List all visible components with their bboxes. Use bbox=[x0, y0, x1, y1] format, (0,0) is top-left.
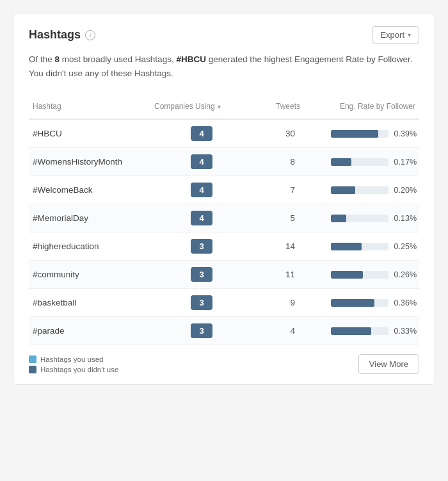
legend-used-label: Hashtags you used bbox=[40, 355, 103, 363]
card-header: Hashtags i Export ▾ bbox=[29, 26, 419, 44]
chevron-down-icon: ▾ bbox=[408, 31, 411, 38]
companies-badge: 4 bbox=[191, 183, 212, 197]
cell-tweets: 14 bbox=[253, 236, 304, 256]
cell-companies: 3 bbox=[150, 318, 253, 343]
view-more-button[interactable]: View More bbox=[358, 354, 419, 374]
cell-hashtag: #HBCU bbox=[29, 124, 150, 143]
cell-tweets: 8 bbox=[253, 152, 304, 172]
export-label: Export bbox=[380, 30, 404, 40]
cell-companies: 3 bbox=[150, 290, 253, 315]
col-hashtag: Hashtag bbox=[29, 99, 150, 113]
rate-value: 0.20% bbox=[394, 186, 417, 195]
bar-container bbox=[331, 299, 388, 307]
table-body: #HBCU 4 30 0.39% #WomensHistoryMonth 4 8 bbox=[29, 120, 419, 345]
cell-tweets: 9 bbox=[253, 293, 304, 313]
bar-fill bbox=[331, 186, 355, 194]
cell-eng-rate: 0.17% bbox=[304, 152, 419, 172]
cell-companies: 4 bbox=[150, 121, 253, 146]
sort-arrow-icon: ▾ bbox=[218, 103, 221, 110]
cell-eng-rate: 0.26% bbox=[304, 265, 419, 284]
legend: Hashtags you used Hashtags you didn't us… bbox=[29, 355, 118, 373]
rate-value: 0.13% bbox=[394, 214, 417, 223]
cell-companies: 4 bbox=[150, 206, 253, 231]
bar-container bbox=[331, 186, 388, 194]
cell-eng-rate: 0.39% bbox=[304, 124, 419, 143]
hashtags-table: Hashtag Companies Using ▾ Tweets Eng. Ra… bbox=[29, 99, 419, 345]
cell-eng-rate: 0.25% bbox=[304, 237, 419, 256]
legend-not-used: Hashtags you didn't use bbox=[29, 366, 118, 373]
cell-hashtag: #MemorialDay bbox=[29, 208, 150, 228]
table-row: #community 3 11 0.26% bbox=[29, 261, 419, 289]
table-row: #HBCU 4 30 0.39% bbox=[29, 120, 419, 148]
bar-fill bbox=[331, 158, 351, 166]
bar-fill bbox=[331, 215, 346, 222]
hashtags-card: Hashtags i Export ▾ Of the 8 most broadl… bbox=[13, 13, 435, 385]
summary-count: 8 bbox=[55, 54, 60, 64]
companies-badge: 3 bbox=[191, 295, 212, 310]
col-tweets: Tweets bbox=[253, 99, 304, 113]
rate-value: 0.39% bbox=[394, 129, 417, 138]
rate-value: 0.33% bbox=[394, 327, 417, 336]
card-footer: Hashtags you used Hashtags you didn't us… bbox=[29, 354, 419, 374]
companies-badge: 4 bbox=[191, 126, 212, 141]
table-row: #parade 3 4 0.33% bbox=[29, 317, 419, 345]
col-companies[interactable]: Companies Using ▾ bbox=[150, 99, 253, 113]
summary-text: Of the 8 most broadly used Hashtags, #HB… bbox=[29, 53, 419, 86]
bar-container bbox=[331, 215, 388, 222]
cell-eng-rate: 0.33% bbox=[304, 322, 419, 341]
companies-badge: 3 bbox=[191, 267, 212, 282]
cell-hashtag: #WomensHistoryMonth bbox=[29, 152, 150, 172]
cell-tweets: 11 bbox=[253, 265, 304, 284]
companies-badge: 3 bbox=[191, 323, 212, 338]
rate-value: 0.36% bbox=[394, 298, 417, 307]
table-row: #MemorialDay 4 5 0.13% bbox=[29, 204, 419, 232]
cell-companies: 3 bbox=[150, 234, 253, 259]
bar-container bbox=[331, 130, 388, 138]
legend-not-used-swatch bbox=[29, 366, 36, 373]
info-icon[interactable]: i bbox=[85, 30, 95, 40]
cell-hashtag: #WelcomeBack bbox=[29, 180, 150, 200]
summary-highlight: #HBCU bbox=[176, 54, 206, 64]
cell-eng-rate: 0.13% bbox=[304, 209, 419, 228]
table-row: #highereducation 3 14 0.25% bbox=[29, 232, 419, 261]
table-row: #basketball 3 9 0.36% bbox=[29, 289, 419, 317]
cell-eng-rate: 0.20% bbox=[304, 181, 419, 200]
cell-hashtag: #highereducation bbox=[29, 236, 150, 256]
bar-fill bbox=[331, 271, 363, 279]
col-eng-rate: Eng. Rate by Follower bbox=[304, 99, 419, 113]
table-row: #WomensHistoryMonth 4 8 0.17% bbox=[29, 148, 419, 176]
bar-container bbox=[331, 271, 388, 279]
cell-tweets: 5 bbox=[253, 208, 304, 228]
companies-badge: 3 bbox=[191, 239, 212, 254]
cell-hashtag: #parade bbox=[29, 321, 150, 341]
cell-tweets: 4 bbox=[253, 321, 304, 341]
rate-value: 0.17% bbox=[394, 158, 417, 167]
companies-badge: 4 bbox=[191, 211, 212, 225]
cell-hashtag: #community bbox=[29, 265, 150, 284]
bar-container bbox=[331, 158, 388, 166]
cell-companies: 4 bbox=[150, 177, 253, 202]
cell-tweets: 30 bbox=[253, 124, 304, 143]
companies-badge: 4 bbox=[191, 154, 212, 169]
cell-companies: 4 bbox=[150, 149, 253, 174]
bar-fill bbox=[331, 327, 371, 335]
export-button[interactable]: Export ▾ bbox=[372, 26, 419, 44]
legend-used: Hashtags you used bbox=[29, 355, 118, 363]
title-group: Hashtags i bbox=[29, 28, 95, 42]
table-header: Hashtag Companies Using ▾ Tweets Eng. Ra… bbox=[29, 99, 419, 120]
bar-fill bbox=[331, 243, 362, 250]
bar-container bbox=[331, 243, 388, 250]
rate-value: 0.25% bbox=[394, 242, 417, 251]
legend-used-swatch bbox=[29, 355, 36, 363]
bar-container bbox=[331, 327, 388, 335]
cell-tweets: 7 bbox=[253, 180, 304, 200]
bar-fill bbox=[331, 130, 378, 138]
legend-not-used-label: Hashtags you didn't use bbox=[40, 366, 118, 373]
cell-eng-rate: 0.36% bbox=[304, 293, 419, 313]
cell-hashtag: #basketball bbox=[29, 293, 150, 313]
rate-value: 0.26% bbox=[394, 270, 417, 279]
table-row: #WelcomeBack 4 7 0.20% bbox=[29, 176, 419, 204]
cell-companies: 3 bbox=[150, 262, 253, 287]
bar-fill bbox=[331, 299, 374, 307]
card-title: Hashtags bbox=[29, 28, 81, 42]
